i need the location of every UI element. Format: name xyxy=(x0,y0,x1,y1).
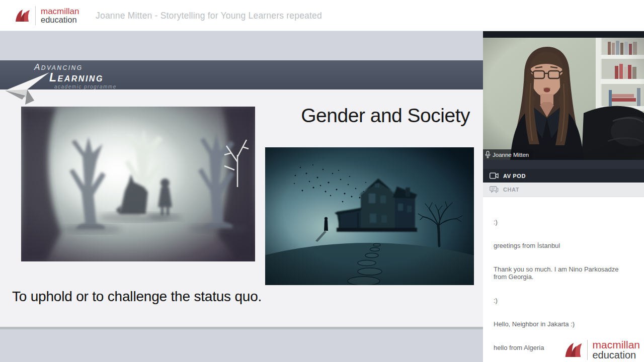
haunted-house-image xyxy=(265,147,474,285)
chat-message-area[interactable]: :) greetings from İstanbul Thank you so … xyxy=(483,197,644,362)
webcam-video: Joanne Mitten xyxy=(483,38,644,160)
chat-bubbles-icon xyxy=(490,186,499,193)
banner-programme: academic programme xyxy=(54,84,117,89)
logo-divider xyxy=(35,6,36,25)
microphone-icon xyxy=(485,151,491,158)
paper-plane-icon xyxy=(3,69,53,106)
share-pod: Advancing Learning academic programme Ge… xyxy=(0,31,483,362)
slide-caption: To uphold or to challenge the status quo… xyxy=(12,289,262,305)
webcam-name-text: Joanne Mitten xyxy=(493,152,529,158)
macmillan-m-icon xyxy=(14,8,31,24)
slide-banner: Advancing Learning academic programme xyxy=(0,60,483,89)
app-header: macmillan education Joanne Mitten - Stor… xyxy=(0,0,644,31)
slide-title: Gender and Society xyxy=(301,105,470,127)
webcam-scene xyxy=(483,38,644,160)
logo-text-macmillan: macmillan xyxy=(41,7,79,16)
watermark-text-macmillan: macmillan xyxy=(592,339,640,350)
forest-story-image xyxy=(21,107,255,261)
sidebar: Joanne Mitten AV POD CHAT :) greeting xyxy=(483,31,644,362)
session-title: Joanne Mitten - Storytelling for Young L… xyxy=(96,0,322,31)
video-pod-bottom-bar xyxy=(483,160,644,169)
chat-message: :) xyxy=(494,297,626,304)
chat-message-list: :) greetings from İstanbul Thank you so … xyxy=(483,197,644,351)
webinar-window: macmillan education Joanne Mitten - Stor… xyxy=(0,0,644,362)
video-camera-icon xyxy=(490,172,499,179)
chat-pod-label: CHAT xyxy=(503,187,519,193)
chat-message: greetings from İstanbul xyxy=(494,242,626,249)
macmillan-m-icon xyxy=(564,341,584,359)
chat-pod-header[interactable]: CHAT xyxy=(483,183,644,197)
av-pod-header[interactable]: AV POD xyxy=(483,169,644,183)
video-pod-top-bar xyxy=(483,31,644,38)
macmillan-watermark-logo: macmillan education xyxy=(561,338,642,361)
webcam-name-tag: Joanne Mitten xyxy=(483,149,533,160)
macmillan-logo: macmillan education xyxy=(14,5,79,27)
watermark-text-education: education xyxy=(592,350,640,360)
logo-divider xyxy=(587,340,588,360)
av-pod-label: AV POD xyxy=(503,173,526,179)
chat-message: Hello, Neighbor in Jakarta :) xyxy=(494,320,626,328)
chat-message: Thank you so much. I am Nino Parkosadze … xyxy=(494,265,626,281)
chat-message: :) xyxy=(494,218,626,226)
banner-learning: Learning xyxy=(49,71,117,84)
logo-text-education: education xyxy=(41,16,79,24)
